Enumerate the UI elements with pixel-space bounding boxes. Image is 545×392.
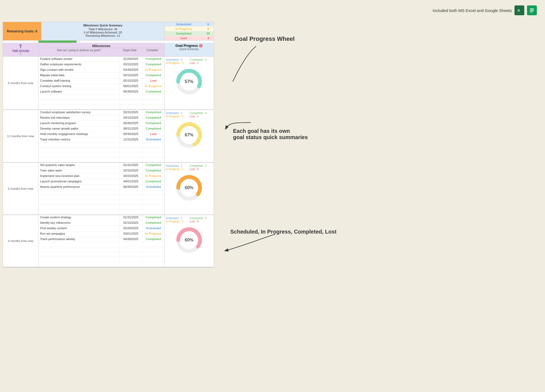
status-lost: Lost 3 xyxy=(165,36,214,40)
each-goal-summaries-annotation: Each goal has its owngoal status quick s… xyxy=(233,128,308,140)
empty-row xyxy=(38,143,164,148)
milestone-date: 02/28/2025 xyxy=(119,57,143,62)
empty-row xyxy=(38,195,164,200)
empty-row xyxy=(38,148,164,152)
table-row: Migrate initial data 04/15/2025 Complete… xyxy=(38,73,164,78)
donut-label-3: 60% xyxy=(185,238,193,243)
milestone-desc: Set quarterly sales targets xyxy=(38,163,119,168)
table-row: Conduct employee satisfaction survey 03/… xyxy=(38,110,164,115)
milestone-desc: Post weekly content xyxy=(38,226,119,231)
milestone-date: 03/31/2025 xyxy=(119,110,143,115)
milestone-date: 03/15/2025 xyxy=(119,174,143,179)
progress-bar xyxy=(38,41,77,43)
top-header: Included both MS Excel and Google Sheets… xyxy=(433,5,537,15)
milestone-status: Completed xyxy=(143,115,164,121)
milestone-date: 08/31/2025 xyxy=(119,126,143,131)
milestone-status: Completed xyxy=(143,215,164,220)
remaining-goals: Remaining Goals: 6 xyxy=(3,22,41,40)
empty-row xyxy=(38,95,164,100)
milestone-date: 09/30/2025 xyxy=(119,132,143,137)
milestone-status: Lost xyxy=(143,132,164,137)
quick-summary-2: Scheduled : 1 Completed : 3 In Progress … xyxy=(166,164,213,171)
donut-chart-3: 60% xyxy=(174,225,204,255)
donut-chart-2: 60% xyxy=(174,173,204,203)
empty-row xyxy=(38,200,164,205)
milestone-date: 04/15/2025 xyxy=(119,115,143,121)
milestone-status: Completed xyxy=(143,237,164,242)
milestone-status: Completed xyxy=(143,57,164,62)
quick-summary-1: Scheduled : 1 Completed : 4 In Progress … xyxy=(166,112,213,118)
status-summary: Scheduled 6 In Progress 5 Completed 20 L… xyxy=(165,22,214,40)
empty-row xyxy=(38,152,164,157)
milestone-date: 06/30/2025 xyxy=(119,185,143,190)
table-row: Gather employee requirements 03/15/2025 … xyxy=(38,62,164,68)
donut-chart-1: 67% xyxy=(174,120,204,150)
milestone-date: 04/01/2025 xyxy=(119,179,143,184)
timebound-header: T TIME BOUND ⬆ xyxy=(3,43,38,56)
empty-row xyxy=(38,257,164,262)
milestone-desc: Finalize software vendor xyxy=(38,57,119,62)
table-row: Track retention metrics 12/31/2025 Sched… xyxy=(38,137,164,143)
goal-section-0: 6 months from now Finalize software vend… xyxy=(3,57,214,110)
milestone-desc: Gather employee requirements xyxy=(38,62,119,67)
milestone-status: Completed xyxy=(143,168,164,173)
milestones-col-2: Set quarterly sales targets 01/31/2025 C… xyxy=(38,163,165,215)
milestone-desc: Develop career growth paths xyxy=(38,126,119,131)
milestone-status: In Progress xyxy=(143,68,164,73)
svg-text:X: X xyxy=(517,8,520,13)
milestone-desc: Sign contract with vendor xyxy=(38,68,119,73)
status-inprogress: In Progress 5 xyxy=(165,27,214,31)
milestones-col-3: Create content strategy 01/31/2025 Compl… xyxy=(38,215,165,267)
milestone-date: 01/31/2025 xyxy=(119,215,143,220)
quick-summary-3: Scheduled : 1 Completed : 3 In Progress … xyxy=(166,217,213,223)
milestone-date: 06/01/2025 xyxy=(119,84,143,89)
svg-rect-2 xyxy=(529,7,535,14)
milestone-desc: Conduct system testing xyxy=(38,84,119,89)
included-text: Included both MS Excel and Google Sheets xyxy=(433,8,512,13)
milestone-status: Completed xyxy=(143,163,164,168)
table-row: Launch promotional campaigns 04/01/2025 … xyxy=(38,179,164,185)
table-row: Assess quarterly performance 06/30/2025 … xyxy=(38,185,164,190)
time-bound-0: 6 months from now xyxy=(3,57,38,109)
milestone-status: Completed xyxy=(143,126,164,131)
milestone-status: Completed xyxy=(143,73,164,78)
milestone-desc: Launch promotional campaigns xyxy=(38,179,119,184)
milestone-date: 03/30/2025 xyxy=(119,68,143,73)
table-row: Train sales team 02/15/2025 Completed xyxy=(38,168,164,174)
status-scheduled: Scheduled 6 xyxy=(165,22,214,27)
svg-rect-3 xyxy=(530,8,534,9)
time-bound-1: 12 months from now xyxy=(3,110,38,162)
table-row: Launch software 06/30/2025 Completed xyxy=(38,89,164,95)
spreadsheet: Remaining Goals: 6 Milestones Quick Summ… xyxy=(3,22,214,268)
milestones-header: Milestones How am I going to achieve my … xyxy=(38,43,165,56)
milestone-date: 12/31/2025 xyxy=(119,137,143,142)
empty-row xyxy=(38,100,164,105)
empty-row xyxy=(38,105,164,109)
table-row: Review exit interviews 04/15/2025 Comple… xyxy=(38,115,164,121)
empty-row xyxy=(38,262,164,267)
quick-summary-0: Scheduled : 0 Completed : 4 In Progress … xyxy=(166,58,213,65)
table-row: Run ad campaigns 03/01/2025 In Progress xyxy=(38,231,164,237)
donut-chart-0: 57% xyxy=(174,67,204,97)
goal-section-1: 12 months from now Conduct employee sati… xyxy=(3,110,214,163)
milestone-date: 02/28/2025 xyxy=(119,226,143,231)
milestone-status: Completed xyxy=(143,220,164,226)
svg-rect-4 xyxy=(530,10,534,10)
milestone-desc: Hold monthly engagement meetings xyxy=(38,132,119,137)
milestone-desc: Assess quarterly performance xyxy=(38,185,119,190)
milestone-date: 04/15/2025 xyxy=(119,73,143,78)
milestone-date: 06/30/2025 xyxy=(119,121,143,126)
milestones-col-1: Conduct employee satisfaction survey 03/… xyxy=(38,110,165,162)
table-row: Hold monthly engagement meetings 09/30/2… xyxy=(38,132,164,137)
milestone-desc: Launch mentoring program xyxy=(38,121,119,126)
milestone-desc: Complete staff training xyxy=(38,78,119,84)
milestone-status: In Progress xyxy=(143,174,164,179)
time-bound-3: 4 months from now xyxy=(3,215,38,267)
empty-row xyxy=(38,190,164,195)
milestones-col-0: Finalize software vendor 02/28/2025 Comp… xyxy=(38,57,165,109)
milestone-desc: Track retention metrics xyxy=(38,137,119,142)
milestone-desc: Conduct employee satisfaction survey xyxy=(38,110,119,115)
time-bound-2: 6 months from now xyxy=(3,163,38,215)
donut-label-1: 67% xyxy=(185,133,193,137)
goal-progress-wheel-annotation: Goal Progress Wheel xyxy=(234,35,295,42)
